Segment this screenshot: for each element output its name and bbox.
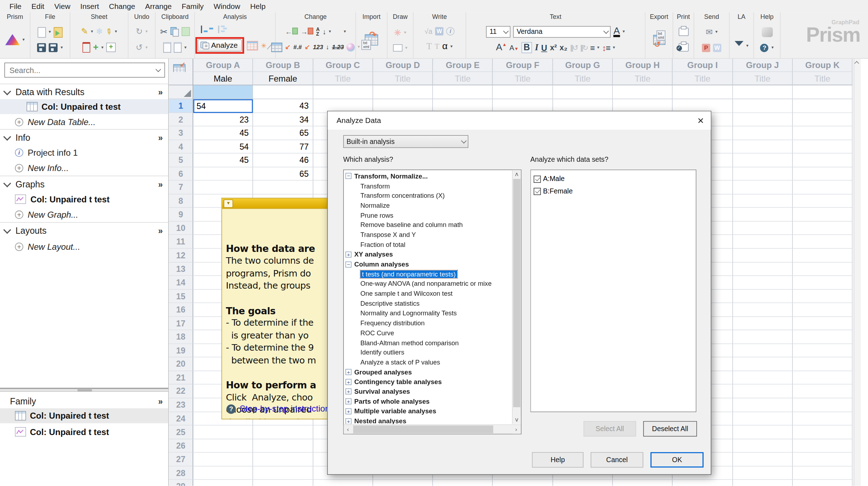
delete-sheet-icon[interactable] — [83, 42, 90, 53]
analysis-tree-item[interactable]: Column analyses — [344, 259, 513, 269]
tree-expander-icon[interactable] — [345, 252, 351, 258]
cell[interactable] — [793, 466, 852, 480]
menu-item[interactable]: Insert — [75, 2, 104, 10]
sort-icon[interactable]: AZ — [316, 27, 320, 36]
tree-expander-icon[interactable] — [345, 173, 351, 179]
cell[interactable] — [733, 249, 793, 262]
sidebar-item-data-table[interactable]: Col: Unpaired t test — [0, 99, 168, 114]
tree-expander-icon[interactable] — [345, 408, 351, 414]
pin-sheet-icon[interactable]: ✎ — [104, 26, 114, 37]
strike-decimals-icon[interactable]: 1.23 — [332, 44, 344, 51]
italic-icon[interactable]: I — [535, 43, 539, 53]
cell[interactable] — [733, 126, 793, 140]
analysis-tree-item[interactable]: XY analyses — [344, 249, 513, 259]
underline-icon[interactable]: U — [541, 43, 547, 52]
cell-group-a[interactable] — [193, 466, 253, 480]
select-all-button[interactable]: Select All — [584, 421, 636, 437]
change-table-format-icon[interactable] — [271, 42, 282, 52]
analysis-tree-item[interactable]: One-way ANOVA (and nonparametric or mixe — [344, 279, 513, 289]
scroll-up-icon[interactable] — [854, 61, 859, 66]
move-right-icon[interactable]: → — [300, 27, 313, 36]
deselect-all-button[interactable]: Deselect All — [643, 421, 697, 437]
cell[interactable] — [733, 317, 793, 330]
decimal-format-icon[interactable]: #.# — [293, 44, 302, 51]
info-add-icon[interactable]: i — [446, 27, 454, 35]
tree-vertical-scrollbar[interactable]: ᴧ v — [512, 170, 521, 424]
cell[interactable] — [793, 181, 852, 194]
cell[interactable] — [733, 453, 793, 466]
step-by-step-link[interactable]: Step-by-step instruction — [240, 404, 330, 414]
menu-item[interactable]: Change — [104, 2, 140, 10]
export-button[interactable]: txtxml ↺ — [653, 35, 665, 45]
cell[interactable] — [433, 480, 493, 486]
column-title-header[interactable]: Title — [793, 72, 852, 85]
cell[interactable] — [793, 412, 852, 425]
row-number[interactable]: 15 — [169, 290, 193, 303]
cell[interactable] — [733, 344, 793, 357]
greek-alpha-icon[interactable]: α — [442, 41, 448, 52]
cell-group-b[interactable] — [253, 453, 313, 466]
row-number[interactable]: 5 — [169, 154, 193, 167]
cancel-button[interactable]: Cancel — [591, 452, 643, 468]
paste-icon[interactable] — [182, 27, 190, 36]
sidebar-item-project-info[interactable]: iProject info 1 — [0, 145, 168, 160]
cell-group-b[interactable]: 77 — [253, 140, 313, 154]
cell[interactable] — [733, 167, 793, 181]
cell[interactable] — [733, 398, 793, 412]
copy-icon[interactable] — [170, 27, 178, 36]
row-number[interactable]: 4 — [169, 140, 193, 154]
cell[interactable] — [733, 357, 793, 371]
cut-icon[interactable]: ✂ — [160, 26, 168, 37]
row-number[interactable]: 6 — [169, 167, 193, 181]
cell[interactable] — [733, 262, 793, 276]
scroll-up-icon[interactable]: ᴧ — [513, 170, 521, 178]
column-group-header[interactable]: Group C — [313, 59, 373, 72]
analysis-tree-item[interactable]: Analyze a stack of P values — [344, 357, 513, 367]
cell[interactable] — [793, 480, 852, 486]
section-layouts[interactable]: Layouts» — [0, 224, 168, 238]
column-group-header[interactable]: Group H — [613, 59, 673, 72]
search-input[interactable] — [4, 63, 165, 78]
tree-expander-icon[interactable] — [345, 261, 351, 267]
cell[interactable] — [793, 262, 852, 276]
checkbox-checked-icon[interactable] — [534, 175, 541, 182]
bold-icon[interactable]: B — [521, 42, 532, 53]
row-number[interactable]: 3 — [169, 126, 193, 140]
column-group-header[interactable]: Group B — [253, 59, 313, 72]
number-format-icon[interactable]: 123 — [313, 44, 323, 51]
cell-group-b[interactable] — [253, 480, 313, 486]
cell[interactable] — [793, 99, 852, 113]
shrink-font-icon[interactable]: A▼ — [509, 44, 519, 52]
cell-group-a[interactable] — [193, 480, 253, 486]
analysis-tree-item[interactable]: Identify outliers — [344, 347, 513, 357]
note-collapse-button[interactable]: ▼ — [224, 199, 233, 207]
row-number[interactable]: 8 — [169, 194, 193, 208]
row-number[interactable]: 24 — [169, 412, 193, 425]
cell[interactable] — [733, 181, 793, 194]
row-number[interactable]: 19 — [169, 344, 193, 357]
column-title-header[interactable]: Female — [253, 72, 313, 85]
plot-analysis-icon[interactable] — [200, 25, 215, 33]
row-number[interactable]: 17 — [169, 317, 193, 330]
redo-icon[interactable]: ↻ — [136, 27, 143, 37]
cell[interactable] — [733, 222, 793, 235]
column-group-header[interactable]: Group E — [433, 59, 493, 72]
cell-group-a[interactable]: 45 — [193, 126, 253, 140]
tree-expander-icon[interactable] — [345, 369, 351, 375]
row-number[interactable]: 9 — [169, 208, 193, 222]
analysis-tree-item[interactable]: Grouped analyses — [344, 367, 513, 377]
cell-group-b[interactable] — [253, 181, 313, 194]
row-number[interactable]: 28 — [169, 466, 193, 480]
tree-expander-icon[interactable] — [345, 379, 351, 385]
cell[interactable] — [793, 290, 852, 303]
column-title-header[interactable]: Title — [613, 72, 673, 85]
cell[interactable] — [733, 290, 793, 303]
lab-archive-cube-icon[interactable] — [734, 41, 743, 50]
row-number[interactable]: 21 — [169, 371, 193, 385]
row-number[interactable]: 11 — [169, 235, 193, 249]
row-number[interactable]: 25 — [169, 425, 193, 439]
column-group-header[interactable]: Group A — [193, 59, 253, 72]
menu-item[interactable]: View — [49, 2, 75, 10]
analysis-tree-item[interactable]: t tests (and nonparametric tests) — [344, 269, 513, 279]
dataset-checkbox-row[interactable]: B:Female — [531, 185, 696, 197]
